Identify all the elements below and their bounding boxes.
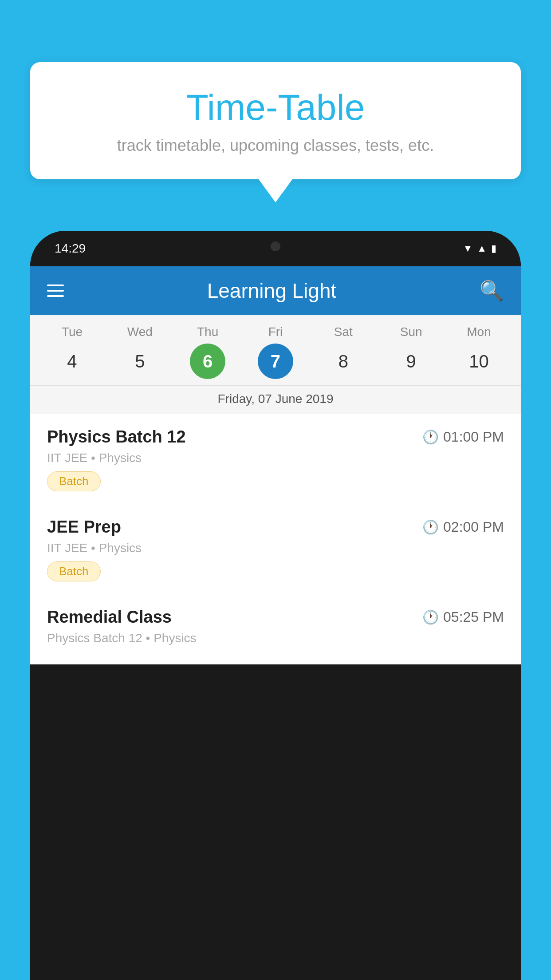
speech-bubble-title: Time-Table [57,87,494,128]
schedule-item-time-0: 🕐 01:00 PM [422,429,504,445]
speech-bubble-container: Time-Table track timetable, upcoming cla… [30,62,521,202]
schedule-item-title-0: Physics Batch 12 [47,427,186,447]
badge-batch-0: Batch [47,471,101,491]
day-num-10[interactable]: 10 [461,344,496,379]
day-num-4[interactable]: 4 [54,344,90,379]
schedule-item-sub-1: IIT JEE • Physics [47,541,504,555]
schedule-item-header-2: Remedial Class 🕐 05:25 PM [47,608,504,627]
day-col-mon[interactable]: Mon10 [450,325,508,379]
app-bar-title: Learning Light [64,279,480,303]
phone-notch [227,231,324,262]
battery-icon: ▮ [491,243,496,254]
day-name-tue: Tue [62,325,83,339]
speech-bubble: Time-Table track timetable, upcoming cla… [30,62,521,179]
schedule-item-0[interactable]: Physics Batch 12 🕐 01:00 PM IIT JEE • Ph… [30,414,521,504]
clock-icon-2: 🕐 [422,609,439,625]
menu-line-1 [47,285,64,286]
search-icon[interactable]: 🔍 [480,279,504,302]
schedule-item-header-0: Physics Batch 12 🕐 01:00 PM [47,427,504,447]
status-icons: ▼ ▲ ▮ [463,243,496,254]
day-name-sun: Sun [400,325,422,339]
schedule-item-time-1: 🕐 02:00 PM [422,519,504,535]
status-bar: 14:29 ▼ ▲ ▮ [30,231,521,266]
selected-date-label: Friday, 07 June 2019 [30,385,521,414]
badge-batch-1: Batch [47,561,101,581]
day-col-sat[interactable]: Sat8 [315,325,372,379]
phone-frame: 14:29 ▼ ▲ ▮ Learning Light 🔍 Tu [30,231,521,980]
day-col-wed[interactable]: Wed5 [111,325,169,379]
day-col-sun[interactable]: Sun9 [382,325,440,379]
day-col-fri[interactable]: Fri7 [247,325,304,379]
schedule-item-title-2: Remedial Class [47,608,172,627]
menu-line-3 [47,295,64,297]
phone-container: 14:29 ▼ ▲ ▮ Learning Light 🔍 Tu [30,231,521,980]
menu-icon[interactable] [47,285,64,297]
day-num-5[interactable]: 5 [122,344,157,379]
status-time: 14:29 [55,241,86,256]
speech-bubble-subtitle: track timetable, upcoming classes, tests… [57,136,494,155]
days-row: Tue4Wed5Thu6Fri7Sat8Sun9Mon10 [30,325,521,379]
wifi-icon: ▼ [463,243,472,254]
schedule-item-header-1: JEE Prep 🕐 02:00 PM [47,518,504,537]
schedule-item-1[interactable]: JEE Prep 🕐 02:00 PM IIT JEE • Physics Ba… [30,504,521,594]
day-num-8[interactable]: 8 [326,344,361,379]
schedule-item-time-text-2: 05:25 PM [443,609,504,625]
schedule-item-title-1: JEE Prep [47,518,121,537]
schedule-list: Physics Batch 12 🕐 01:00 PM IIT JEE • Ph… [30,414,521,664]
camera-dot [271,241,280,251]
app-bar: Learning Light 🔍 [30,266,521,315]
day-num-7[interactable]: 7 [258,344,293,379]
menu-line-2 [47,290,64,292]
day-col-thu[interactable]: Thu6 [179,325,236,379]
signal-icon: ▲ [477,243,487,254]
clock-icon-1: 🕐 [422,519,439,535]
schedule-item-time-text-0: 01:00 PM [443,429,504,445]
calendar-strip: Tue4Wed5Thu6Fri7Sat8Sun9Mon10 Friday, 07… [30,315,521,414]
day-num-6[interactable]: 6 [190,344,225,379]
schedule-item-sub-0: IIT JEE • Physics [47,451,504,465]
schedule-item-2[interactable]: Remedial Class 🕐 05:25 PM Physics Batch … [30,594,521,664]
day-name-mon: Mon [467,325,491,339]
speech-bubble-arrow [259,179,292,202]
day-num-9[interactable]: 9 [394,344,429,379]
day-name-thu: Thu [197,325,218,339]
day-name-sat: Sat [334,325,353,339]
clock-icon-0: 🕐 [422,429,439,445]
schedule-item-time-2: 🕐 05:25 PM [422,609,504,625]
day-col-tue[interactable]: Tue4 [43,325,101,379]
day-name-wed: Wed [127,325,153,339]
day-name-fri: Fri [268,325,283,339]
schedule-item-sub-2: Physics Batch 12 • Physics [47,631,504,645]
schedule-item-time-text-1: 02:00 PM [443,519,504,535]
